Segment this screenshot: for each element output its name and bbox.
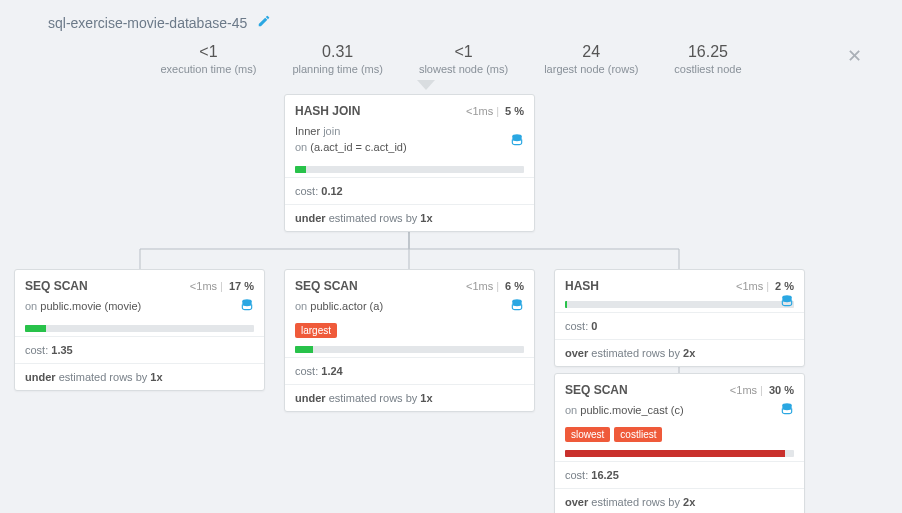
node-estimate: under estimated rows by 1x — [285, 204, 534, 231]
node-timing: <1ms|17 % — [190, 280, 254, 292]
node-detail: on public.movie (movie) — [15, 299, 264, 323]
node-detail: on public.movie_cast (c) — [555, 403, 804, 427]
node-cost: cost: 1.24 — [285, 357, 534, 384]
node-timing: <1ms|30 % — [730, 384, 794, 396]
node-detail: on public.actor (a) — [285, 299, 534, 323]
database-icon — [780, 402, 794, 419]
database-icon — [240, 298, 254, 315]
edit-icon[interactable] — [257, 14, 271, 31]
node-op: HASH JOIN — [295, 104, 360, 118]
database-icon — [510, 133, 524, 150]
stat-largest-node: 24 largest node (rows) — [544, 43, 638, 75]
stat-slowest-node: <1 slowest node (ms) — [419, 43, 508, 75]
stats-row: <1 execution time (ms) 0.31 planning tim… — [0, 31, 902, 81]
node-estimate: under estimated rows by 1x — [15, 363, 264, 390]
badge-largest: largest — [295, 323, 337, 338]
node-op: SEQ SCAN — [565, 383, 628, 397]
node-cost: cost: 0 — [555, 312, 804, 339]
node-estimate: over estimated rows by 2x — [555, 339, 804, 366]
node-badges: slowest costliest — [555, 427, 804, 448]
node-hash[interactable]: HASH <1ms|2 % cost: 0 over estimated row… — [554, 269, 805, 367]
stat-exec-time: <1 execution time (ms) — [160, 43, 256, 75]
node-op: SEQ SCAN — [25, 279, 88, 293]
stat-costliest-node: 16.25 costliest node — [674, 43, 741, 75]
node-detail: Inner join on (a.act_id = c.act_id) — [285, 124, 534, 164]
node-timing: <1ms|2 % — [736, 280, 794, 292]
close-icon[interactable]: ✕ — [847, 45, 862, 67]
node-op: HASH — [565, 279, 599, 293]
node-badges: largest — [285, 323, 534, 344]
node-cost: cost: 16.25 — [555, 461, 804, 488]
stat-planning-time: 0.31 planning time (ms) — [292, 43, 382, 75]
node-seq-scan-actor[interactable]: SEQ SCAN <1ms|6 % on public.actor (a) la… — [284, 269, 535, 412]
database-icon — [510, 298, 524, 315]
node-timing: <1ms|5 % — [466, 105, 524, 117]
node-timing: <1ms|6 % — [466, 280, 524, 292]
database-icon — [780, 294, 794, 311]
title-bar: sql-exercise-movie-database-45 — [0, 0, 902, 31]
node-seq-scan-movie-cast[interactable]: SEQ SCAN <1ms|30 % on public.movie_cast … — [554, 373, 805, 513]
node-hash-join[interactable]: HASH JOIN <1ms|5 % Inner join on (a.act_… — [284, 94, 535, 232]
plan-title: sql-exercise-movie-database-45 — [48, 15, 247, 31]
node-estimate: under estimated rows by 1x — [285, 384, 534, 411]
badge-costliest: costliest — [614, 427, 662, 442]
node-cost: cost: 1.35 — [15, 336, 264, 363]
node-seq-scan-movie[interactable]: SEQ SCAN <1ms|17 % on public.movie (movi… — [14, 269, 265, 391]
node-estimate: over estimated rows by 2x — [555, 488, 804, 513]
badge-slowest: slowest — [565, 427, 610, 442]
node-cost: cost: 0.12 — [285, 177, 534, 204]
stats-pointer-icon — [417, 80, 435, 90]
node-op: SEQ SCAN — [295, 279, 358, 293]
